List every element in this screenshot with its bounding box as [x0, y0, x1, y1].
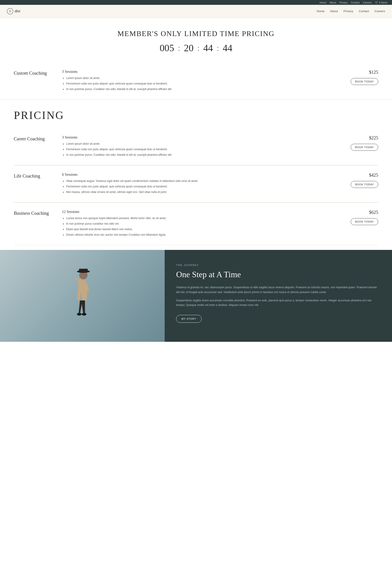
featured-book-button[interactable]: BOOK TODAY [351, 78, 378, 85]
svg-point-3 [77, 313, 82, 316]
life-coaching-details: 6 Sessions Vitae consequat augue. Vivamu… [55, 172, 351, 196]
list-item: Lorem ipsum dolor sit amet. [66, 76, 344, 80]
list-item: Fermentum nulla non justo aliquet, quis … [66, 82, 344, 86]
life-bullets: Vitae consequat augue. Vivamus eget dolo… [62, 179, 344, 194]
career-sessions: 3 Sessions [62, 135, 344, 140]
story-content-col: THE JOURNEY One Step at A Time Vivamus i… [165, 250, 392, 342]
career-right: $225 BOOK TODAY [351, 135, 378, 151]
nav-privacy[interactable]: Privacy [343, 10, 353, 13]
featured-package-details: 3 Sessions Lorem ipsum dolor sit amet. F… [55, 70, 351, 92]
list-item: Nisl massa, ultrices vitae ornare sit am… [66, 190, 344, 194]
countdown-sep-1: : [178, 43, 180, 53]
nav-careers[interactable]: Careers [374, 10, 385, 13]
logo-circle: D [7, 8, 13, 14]
nav-home[interactable]: Home [317, 10, 325, 13]
topbar-contact[interactable]: Contact [351, 1, 360, 4]
countdown-minutes: 44 [203, 42, 213, 54]
life-price: $425 [351, 172, 378, 178]
svg-point-4 [82, 313, 86, 316]
list-item: In non pulvinar purus. Curabitur nisi od… [66, 153, 344, 157]
nav-contact[interactable]: Contact [359, 10, 369, 13]
list-item: Luctus lectus non quisque turpis bibendu… [66, 216, 344, 220]
list-item: Lorem ipsum dolor sit amet. [66, 142, 344, 146]
featured-package-price: $125 [351, 70, 378, 75]
hero-title: MEMBER'S ONLY LIMITED TIME PRICING [4, 30, 388, 38]
countdown-seconds: 44 [223, 42, 232, 54]
career-coaching-details: 3 Sessions Lorem ipsum dolor sit amet. F… [55, 135, 351, 158]
career-coaching-row: Career Coaching 3 Sessions Lorem ipsum d… [14, 128, 378, 166]
list-item: Donec ultrices lobortis eros nec auctor … [66, 233, 344, 237]
countdown-sep-3: : [216, 43, 219, 53]
story-section: THE JOURNEY One Step at A Time Vivamus i… [0, 250, 392, 342]
topbar-careers[interactable]: Careers [363, 1, 372, 4]
career-book-button[interactable]: BOOK TODAY [351, 144, 378, 151]
story-para-1: Vivamus id gravida mi, nec ullamcorper p… [176, 285, 380, 294]
my-story-button[interactable]: MY STORY [176, 315, 202, 323]
topbar-privacy[interactable]: Privacy [340, 1, 348, 4]
nav-links: Home About Privacy Contact Careers [317, 10, 385, 13]
list-item: In non pulvinar purus. Curabitur nisi od… [66, 87, 344, 91]
list-item: In non pulvinar purus curabitur nisi odi… [66, 222, 344, 226]
story-para-2: Suspendisse sagittis lorem accumsan conv… [176, 298, 380, 308]
story-image-col [0, 250, 165, 342]
life-sessions: 6 Sessions [62, 172, 344, 177]
career-bullets: Lorem ipsum dolor sit amet. Fermentum nu… [62, 142, 344, 157]
countdown: 005 : 20 : 44 : 44 [4, 42, 388, 54]
topbar-home[interactable]: Home [320, 1, 326, 4]
list-item: Etiam quis blandit erat donec laoreet li… [66, 227, 344, 231]
business-coaching-name: Business Coaching [14, 210, 55, 216]
logo[interactable]: D divi [7, 8, 20, 14]
main-nav: D divi Home About Privacy Contact Career… [0, 5, 392, 18]
cart-icon: 🛒 [375, 1, 378, 4]
featured-package-row: Custom Coaching 3 Sessions Lorem ipsum d… [0, 63, 392, 100]
business-right: $625 BOOK TODAY [351, 210, 378, 225]
topbar-about[interactable]: About [330, 1, 336, 4]
career-price: $225 [351, 135, 378, 140]
story-image [0, 250, 165, 342]
top-bar: Home About Privacy Contact Careers 🛒 6 I… [0, 0, 392, 5]
list-item: Vitae consequat augue. Vivamus eget dolo… [66, 179, 344, 183]
story-title: One Step at A Time [176, 270, 380, 280]
life-book-button[interactable]: BOOK TODAY [351, 181, 378, 188]
pricing-title: PRICING [14, 109, 378, 122]
cart-count: 6 Items [379, 1, 388, 4]
cart-area[interactable]: 🛒 6 Items [375, 1, 388, 4]
career-coaching-name: Career Coaching [14, 135, 55, 142]
business-book-button[interactable]: BOOK TODAY [351, 218, 378, 225]
life-coaching-row: Life Coaching 6 Sessions Vitae consequat… [14, 166, 378, 202]
story-label: THE JOURNEY [176, 264, 380, 266]
countdown-hours: 20 [184, 42, 194, 54]
logo-letter: D [9, 10, 11, 13]
logo-name: divi [15, 9, 20, 13]
business-bullets: Luctus lectus non quisque turpis bibendu… [62, 216, 344, 237]
list-item: Fermentum nulla non justo aliquet, quis … [66, 184, 344, 188]
business-coaching-row: Business Coaching 12 Sessions Luctus lec… [14, 203, 378, 245]
business-sessions: 12 Sessions [62, 210, 344, 214]
business-price: $625 [351, 210, 378, 215]
life-right: $425 BOOK TODAY [351, 172, 378, 188]
life-coaching-name: Life Coaching [14, 172, 55, 179]
business-coaching-details: 12 Sessions Luctus lectus non quisque tu… [55, 210, 351, 238]
countdown-sep-2: : [197, 43, 200, 53]
person-svg [68, 268, 96, 337]
nav-about[interactable]: About [330, 10, 338, 13]
featured-package-name: Custom Coaching [14, 70, 55, 76]
featured-package-right: $125 BOOK TODAY [351, 70, 378, 85]
hero-section: MEMBER'S ONLY LIMITED TIME PRICING 005 :… [0, 18, 392, 63]
featured-package-sessions: 3 Sessions [62, 70, 344, 74]
list-item: Fermentum nulla non justo aliquet, quis … [66, 147, 344, 151]
countdown-days: 005 [160, 42, 174, 54]
featured-package-bullets: Lorem ipsum dolor sit amet. Fermentum nu… [62, 76, 344, 91]
svg-rect-2 [79, 269, 88, 272]
pricing-section: PRICING Career Coaching 3 Sessions Lorem… [0, 100, 392, 250]
